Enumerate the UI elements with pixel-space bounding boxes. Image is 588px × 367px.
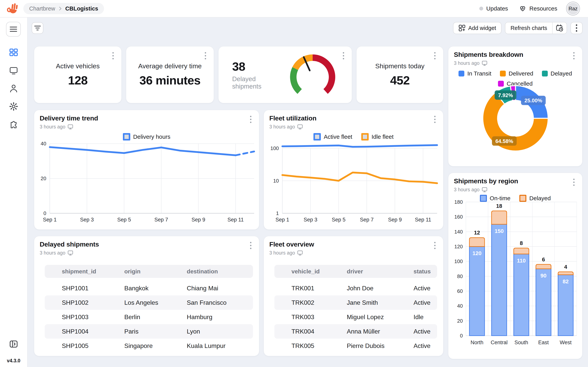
legend-item[interactable]: Delayed	[542, 70, 572, 77]
line-chart: 100101Sep 1Sep 3Sep 5Sep 7Sep 9Sep 11	[264, 139, 443, 229]
add-widget-label: Add widget	[468, 25, 496, 31]
top-header: Chartbrew CBLogistics Updates Resources …	[0, 0, 588, 17]
svg-text:South: South	[515, 340, 528, 345]
monitor-mini-icon	[482, 187, 487, 192]
resources-link[interactable]: Resources	[519, 5, 557, 12]
sidebar-menu-button[interactable]	[6, 22, 21, 37]
column-header: vehicle_id	[274, 268, 330, 275]
svg-text:North: North	[471, 340, 483, 345]
card-title: Shipments by region	[454, 177, 518, 185]
card-menu-button[interactable]	[430, 114, 439, 125]
table-cell: SHP1003	[45, 314, 107, 321]
add-widget-icon	[459, 25, 466, 32]
kpi-value: 128	[68, 73, 88, 87]
svg-text:Sep 9: Sep 9	[388, 217, 402, 223]
svg-text:120: 120	[473, 250, 482, 256]
card-fleet-overview-table: Fleet overview 3 hours ago vehicle_iddri…	[264, 236, 443, 356]
dashboard-toolbar: Add widget Refresh charts	[32, 22, 583, 34]
legend-item[interactable]: Delivered	[500, 70, 533, 77]
gear-icon	[9, 102, 18, 111]
card-updated: 3 hours ago	[269, 250, 295, 256]
breadcrumb: Chartbrew CBLogistics	[23, 3, 104, 14]
grid-icon	[9, 48, 18, 58]
card-menu-button[interactable]	[246, 240, 255, 251]
svg-text:Sep 5: Sep 5	[117, 217, 131, 223]
svg-text:Sep 9: Sep 9	[192, 217, 205, 223]
sidebar-item-dashboard[interactable]	[8, 47, 20, 59]
table-cell: Berlin	[107, 314, 169, 321]
table-cell: Anna Müller	[330, 328, 396, 335]
svg-text:18: 18	[496, 203, 502, 209]
refresh-charts-button[interactable]: Refresh charts	[505, 22, 552, 34]
svg-text:40: 40	[457, 303, 463, 309]
card-shipments-breakdown: Shipments breakdown 3 hours ago In Trans…	[448, 46, 582, 166]
table-cell: Active	[396, 342, 437, 350]
sidebar-item-team[interactable]	[8, 83, 20, 95]
card-delivery-time-trend: Delivery time trend 3 hours ago Delivery…	[34, 110, 259, 230]
svg-text:Sep 11: Sep 11	[227, 217, 244, 223]
sidebar-item-reports[interactable]	[8, 65, 20, 77]
updates-status-dot-icon	[479, 7, 483, 10]
gauge-label: Delayed shipments	[232, 75, 282, 90]
updates-label: Updates	[486, 5, 508, 12]
kpi-value: 36 minutes	[139, 73, 201, 87]
card-menu-button[interactable]	[430, 50, 439, 61]
kpi-card-delayed-gauge: 38 Delayed shipments	[218, 46, 352, 103]
table-cell: Bangkok	[107, 285, 169, 292]
card-title: Fleet utilization	[269, 114, 316, 122]
card-title: Shipments breakdown	[454, 51, 523, 58]
table-row: TRK005Pierre DuboisActive	[274, 339, 437, 353]
table-cell: Active	[396, 285, 437, 292]
table-header-row: shipment_idorigindestination	[45, 265, 253, 278]
breadcrumb-app[interactable]: Chartbrew	[29, 5, 55, 12]
table-cell: TRK005	[274, 342, 330, 350]
svg-text:8: 8	[520, 240, 523, 246]
card-menu-button[interactable]	[108, 50, 117, 61]
card-shipments-by-region: Shipments by region 3 hours ago On-timeD…	[448, 173, 582, 359]
card-menu-button[interactable]	[246, 114, 255, 125]
card-menu-button[interactable]	[569, 176, 578, 188]
table-cell: SHP1004	[45, 328, 107, 335]
column-header: destination	[170, 268, 253, 275]
kpi-title: Average delivery time	[138, 62, 202, 70]
user-avatar[interactable]: Raz	[567, 2, 580, 15]
column-header: origin	[107, 268, 169, 275]
chartbrew-logo[interactable]	[7, 3, 18, 14]
legend-item[interactable]: In Transit	[459, 70, 491, 77]
refresh-schedule-button[interactable]	[553, 22, 567, 34]
updates-link[interactable]: Updates	[479, 5, 508, 12]
sidebar-item-settings[interactable]	[8, 100, 20, 112]
svg-text:110: 110	[517, 258, 526, 264]
card-menu-button[interactable]	[339, 50, 348, 61]
card-updated: 3 hours ago	[454, 187, 480, 192]
gauge-chart	[282, 49, 342, 101]
table-cell: SHP1002	[45, 299, 107, 306]
svg-text:Sep 5: Sep 5	[332, 217, 346, 223]
svg-text:Sep 1: Sep 1	[275, 217, 289, 223]
svg-text:1: 1	[276, 210, 279, 216]
gauge-value: 38	[232, 59, 282, 73]
filter-button[interactable]	[32, 22, 43, 34]
sidebar-item-integrations[interactable]	[8, 118, 20, 130]
card-updated: 3 hours ago	[40, 124, 65, 130]
breadcrumb-project[interactable]: CBLogistics	[65, 5, 98, 12]
svg-text:100: 100	[270, 145, 279, 151]
card-menu-button[interactable]	[569, 50, 578, 61]
refresh-charts-label: Refresh charts	[510, 25, 547, 31]
card-menu-button[interactable]	[201, 50, 210, 61]
sidebar: v4.3.0	[0, 17, 28, 367]
sidebar-collapse-button[interactable]	[8, 338, 20, 350]
table-cell: Chiang Mai	[170, 285, 253, 292]
donut-chart: 25.00%64.58%7.92%	[448, 77, 583, 161]
table-cell: Miguel Lopez	[330, 314, 396, 321]
table-cell: SHP1001	[45, 285, 107, 292]
table-cell: TRK002	[274, 299, 330, 306]
card-menu-button[interactable]	[430, 240, 439, 251]
table-row: SHP1004ParisLyon	[45, 324, 253, 339]
add-widget-button[interactable]: Add widget	[453, 22, 502, 34]
table-cell: Los Angeles	[107, 299, 169, 306]
svg-text:90: 90	[540, 273, 546, 279]
svg-text:6: 6	[542, 257, 545, 262]
dashboard-menu-button[interactable]	[571, 22, 583, 34]
refresh-charts-group: Refresh charts	[505, 22, 567, 34]
